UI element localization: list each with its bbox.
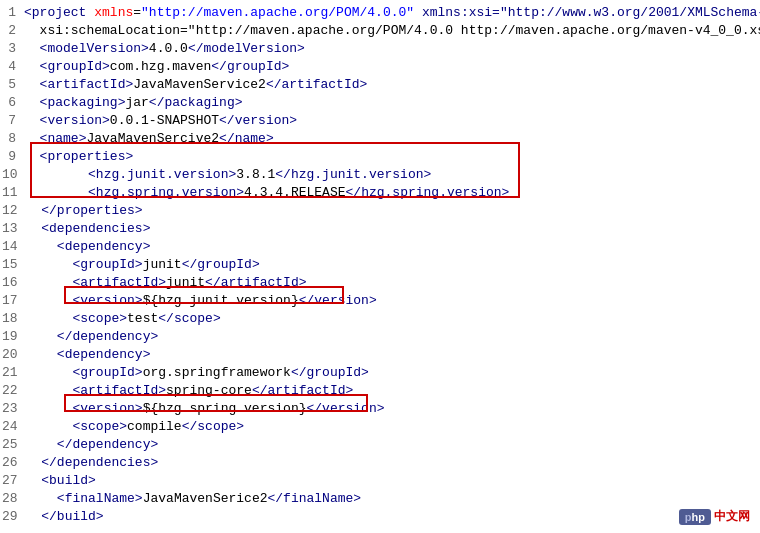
code-line: 24 <scope>compile</scope>	[0, 418, 760, 436]
code-line: 14 <dependency>	[0, 238, 760, 256]
line-text: <artifactId>junit</artifactId>	[26, 274, 307, 292]
line-text: <version>${hzg.spring.version}</version>	[26, 400, 385, 418]
code-line: 3 <modelVersion>4.0.0</modelVersion>	[0, 40, 760, 58]
line-text: <version>${hzg.junit.version}</version>	[26, 292, 377, 310]
line-text: <dependencies>	[26, 220, 151, 238]
code-line: 7 <version>0.0.1-SNAPSHOT</version>	[0, 112, 760, 130]
line-number: 20	[2, 346, 26, 364]
line-number: 22	[2, 382, 26, 400]
line-number: 28	[2, 490, 26, 508]
line-text: <hzg.junit.version>3.8.1</hzg.junit.vers…	[26, 166, 432, 184]
code-line: 28 <finalName>JavaMavenSerice2</finalNam…	[0, 490, 760, 508]
code-line: 15 <groupId>junit</groupId>	[0, 256, 760, 274]
line-text: </dependency>	[26, 436, 159, 454]
line-number: 8	[2, 130, 24, 148]
code-line: 1<project xmlns="http://maven.apache.org…	[0, 4, 760, 22]
line-text: xsi:schemaLocation="http://maven.apache.…	[24, 22, 760, 40]
code-line: 12 </properties>	[0, 202, 760, 220]
line-text: <finalName>JavaMavenSerice2</finalName>	[26, 490, 362, 508]
code-line: 29 </build>	[0, 508, 760, 526]
site-name: 中文网	[714, 508, 750, 525]
line-text: </build>	[26, 508, 104, 526]
code-line: 4 <groupId>com.hzg.maven</groupId>	[0, 58, 760, 76]
line-text: </dependencies>	[26, 454, 159, 472]
code-line: 26 </dependencies>	[0, 454, 760, 472]
code-line: 27 <build>	[0, 472, 760, 490]
line-number: 5	[2, 76, 24, 94]
line-number: 14	[2, 238, 26, 256]
code-line: 20 <dependency>	[0, 346, 760, 364]
code-line: 25 </dependency>	[0, 436, 760, 454]
code-line: 9 <properties>	[0, 148, 760, 166]
line-text: <groupId>com.hzg.maven</groupId>	[24, 58, 289, 76]
line-number: 27	[2, 472, 26, 490]
code-line: 16 <artifactId>junit</artifactId>	[0, 274, 760, 292]
code-line: 18 <scope>test</scope>	[0, 310, 760, 328]
line-number: 23	[2, 400, 26, 418]
code-line: 2 xsi:schemaLocation="http://maven.apach…	[0, 22, 760, 40]
code-line: 22 <artifactId>spring-core</artifactId>	[0, 382, 760, 400]
line-number: 9	[2, 148, 24, 166]
line-text: <properties>	[24, 148, 133, 166]
line-text: <build>	[26, 472, 96, 490]
code-line: 6 <packaging>jar</packaging>	[0, 94, 760, 112]
line-number: 6	[2, 94, 24, 112]
line-text: <dependency>	[26, 238, 151, 256]
line-text: <artifactId>JavaMavenService2</artifactI…	[24, 76, 367, 94]
line-number: 4	[2, 58, 24, 76]
code-line: 5 <artifactId>JavaMavenService2</artifac…	[0, 76, 760, 94]
code-line: 11 <hzg.spring.version>4.3.4.RELEASE</hz…	[0, 184, 760, 202]
line-text: <packaging>jar</packaging>	[24, 94, 243, 112]
code-editor: 1<project xmlns="http://maven.apache.org…	[0, 0, 760, 533]
line-number: 18	[2, 310, 26, 328]
line-number: 3	[2, 40, 24, 58]
line-text: <groupId>org.springframework</groupId>	[26, 364, 369, 382]
watermark: php 中文网	[679, 508, 750, 525]
line-number: 19	[2, 328, 26, 346]
code-line: 21 <groupId>org.springframework</groupId…	[0, 364, 760, 382]
line-number: 21	[2, 364, 26, 382]
line-number: 11	[2, 184, 26, 202]
line-text: <hzg.spring.version>4.3.4.RELEASE</hzg.s…	[26, 184, 510, 202]
line-text: <artifactId>spring-core</artifactId>	[26, 382, 354, 400]
line-number: 13	[2, 220, 26, 238]
line-number: 26	[2, 454, 26, 472]
line-number: 24	[2, 418, 26, 436]
code-line: 10 <hzg.junit.version>3.8.1</hzg.junit.v…	[0, 166, 760, 184]
code-line: 19 </dependency>	[0, 328, 760, 346]
line-text: <project xmlns="http://maven.apache.org/…	[24, 4, 760, 22]
line-number: 17	[2, 292, 26, 310]
code-line: 13 <dependencies>	[0, 220, 760, 238]
line-number: 15	[2, 256, 26, 274]
line-number: 25	[2, 436, 26, 454]
line-number: 7	[2, 112, 24, 130]
line-text: <version>0.0.1-SNAPSHOT</version>	[24, 112, 297, 130]
line-number: 29	[2, 508, 26, 526]
line-text: </dependency>	[26, 328, 159, 346]
code-line: 23 <version>${hzg.spring.version}</versi…	[0, 400, 760, 418]
line-text: <groupId>junit</groupId>	[26, 256, 260, 274]
line-text: <modelVersion>4.0.0</modelVersion>	[24, 40, 305, 58]
line-text: <dependency>	[26, 346, 151, 364]
line-number: 10	[2, 166, 26, 184]
code-line: 8 <name>JavaMavenSercive2</name>	[0, 130, 760, 148]
line-text: </properties>	[26, 202, 143, 220]
code-line: 17 <version>${hzg.junit.version}</versio…	[0, 292, 760, 310]
line-number: 12	[2, 202, 26, 220]
line-number: 1	[2, 4, 24, 22]
line-text: <scope>test</scope>	[26, 310, 221, 328]
php-logo: php	[679, 509, 711, 525]
line-number: 16	[2, 274, 26, 292]
line-text: <scope>compile</scope>	[26, 418, 245, 436]
line-number: 2	[2, 22, 24, 40]
line-text: <name>JavaMavenSercive2</name>	[24, 130, 274, 148]
